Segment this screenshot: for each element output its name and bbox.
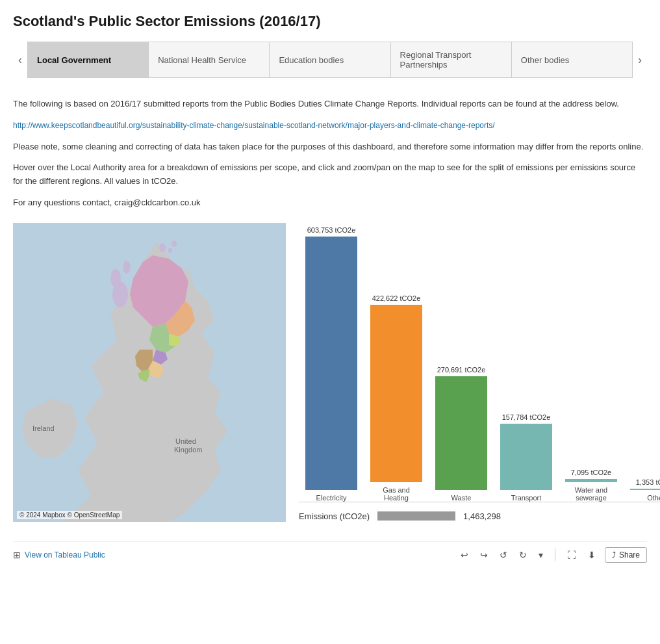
description-block: The following is based on 2016/17 submit… bbox=[13, 97, 647, 210]
redo-button[interactable]: ↪ bbox=[477, 548, 490, 561]
tableau-icon: ⊞ bbox=[13, 550, 21, 560]
bar-group-transport: 157,784 tCO2eTransport bbox=[500, 413, 552, 502]
bar-label-transport: Transport bbox=[511, 494, 542, 502]
map-container[interactable]: Ireland United Kingdom Ireland Ireland U… bbox=[13, 223, 286, 522]
tab-bar: Local GovernmentNational Health ServiceE… bbox=[27, 42, 633, 78]
bars-area: 603,753 tCO2eElectricity422,622 tCO2eGas… bbox=[299, 229, 660, 502]
revert-button[interactable]: ↺ bbox=[497, 548, 510, 561]
bar-value-other: 1,353 tCO2e bbox=[636, 478, 660, 486]
svg-text:Kingdom: Kingdom bbox=[174, 446, 202, 454]
description-line2: Please note, some cleaning and correctin… bbox=[13, 140, 647, 154]
tab-local-gov[interactable]: Local Government bbox=[28, 42, 149, 77]
svg-text:United: United bbox=[175, 437, 196, 445]
share-button[interactable]: ⤴ Share bbox=[605, 547, 647, 563]
map-credit: © 2024 Mapbox © OpenStreetMap bbox=[17, 511, 122, 519]
main-content: Ireland United Kingdom Ireland Ireland U… bbox=[13, 223, 647, 522]
bar-rect-other[interactable] bbox=[630, 489, 660, 490]
undo-button[interactable]: ↩ bbox=[458, 548, 471, 561]
bar-value-electricity: 603,753 tCO2e bbox=[307, 226, 356, 234]
toolbar-left: ⊞ View on Tableau Public bbox=[13, 550, 105, 560]
bar-rect-transport[interactable] bbox=[500, 424, 552, 490]
emissions-total-bar bbox=[377, 511, 455, 521]
bar-rect-waste[interactable] bbox=[435, 376, 487, 490]
svg-point-15 bbox=[168, 248, 172, 253]
bar-group-waste: 270,691 tCO2eWaste bbox=[435, 366, 487, 502]
tab-other[interactable]: Other bodies bbox=[512, 42, 632, 77]
bar-group-gas-heating: 422,622 tCO2eGas and Heating bbox=[370, 294, 422, 502]
tab-next-button[interactable]: › bbox=[633, 42, 647, 78]
bar-rect-gas-heating[interactable] bbox=[370, 305, 422, 482]
description-line1: The following is based on 2016/17 submit… bbox=[13, 97, 647, 111]
tab-education[interactable]: Education bodies bbox=[270, 42, 390, 77]
download-button[interactable]: ⬇ bbox=[585, 548, 598, 561]
tab-prev-button[interactable]: ‹ bbox=[13, 42, 27, 78]
bar-group-electricity: 603,753 tCO2eElectricity bbox=[305, 226, 357, 502]
tableau-link[interactable]: View on Tableau Public bbox=[25, 550, 105, 560]
bar-value-water-sewerage: 7,095 tCO2e bbox=[571, 469, 611, 476]
bar-value-waste: 270,691 tCO2e bbox=[437, 366, 486, 374]
share-label: Share bbox=[619, 550, 640, 560]
fullscreen-button[interactable]: ⛶ bbox=[565, 548, 579, 561]
bar-label-other: Other bbox=[647, 494, 660, 502]
tabs-container: ‹ Local GovernmentNational Health Servic… bbox=[13, 42, 647, 78]
bar-group-other: 1,353 tCO2eOther bbox=[630, 478, 660, 502]
dropdown-button[interactable]: ▾ bbox=[536, 548, 546, 561]
bar-group-water-sewerage: 7,095 tCO2eWater and sewerage bbox=[565, 469, 617, 502]
bar-label-waste: Waste bbox=[451, 494, 472, 502]
description-link[interactable]: http://www.keepscotlandbeautiful.org/sus… bbox=[13, 121, 495, 130]
share-icon: ⤴ bbox=[612, 550, 616, 560]
emissions-total: 1,463,298 bbox=[463, 511, 501, 521]
svg-text:Ireland: Ireland bbox=[32, 424, 55, 432]
toolbar-right: ↩ ↪ ↺ ↻ ▾ ⛶ ⬇ ⤴ Share bbox=[458, 547, 647, 563]
bar-label-electricity: Electricity bbox=[316, 494, 346, 502]
bar-label-water-sewerage: Water and sewerage bbox=[565, 486, 617, 502]
page-title: Scotland's Public Sector Emissions (2016… bbox=[13, 13, 647, 30]
description-line3: Hover over the Local Authority area for … bbox=[13, 161, 647, 188]
chart-container: 603,753 tCO2eElectricity422,622 tCO2eGas… bbox=[299, 223, 660, 522]
bar-rect-water-sewerage[interactable] bbox=[565, 479, 617, 482]
forward-button[interactable]: ↻ bbox=[516, 548, 529, 561]
bar-value-gas-heating: 422,622 tCO2e bbox=[372, 294, 421, 302]
description-line4: For any questions contact, craig@cldcarb… bbox=[13, 196, 647, 210]
tab-transport[interactable]: Regional Transport Partnerships bbox=[391, 42, 512, 77]
svg-point-13 bbox=[159, 243, 166, 252]
bar-label-gas-heating: Gas and Heating bbox=[370, 486, 422, 502]
footer-toolbar: ⊞ View on Tableau Public ↩ ↪ ↺ ↻ ▾ ⛶ ⬇ ⤴… bbox=[13, 541, 647, 563]
svg-point-14 bbox=[171, 240, 177, 247]
bar-value-transport: 157,784 tCO2e bbox=[502, 413, 551, 421]
svg-point-11 bbox=[110, 269, 121, 287]
tab-nhs[interactable]: National Health Service bbox=[149, 42, 270, 77]
emissions-label: Emissions (tCO2e) bbox=[299, 511, 370, 521]
scotland-map[interactable]: Ireland United Kingdom Ireland Ireland U… bbox=[13, 223, 286, 522]
svg-point-12 bbox=[123, 261, 131, 274]
bar-rect-electricity[interactable] bbox=[305, 237, 357, 490]
emissions-summary: Emissions (tCO2e) 1,463,298 bbox=[299, 511, 660, 521]
